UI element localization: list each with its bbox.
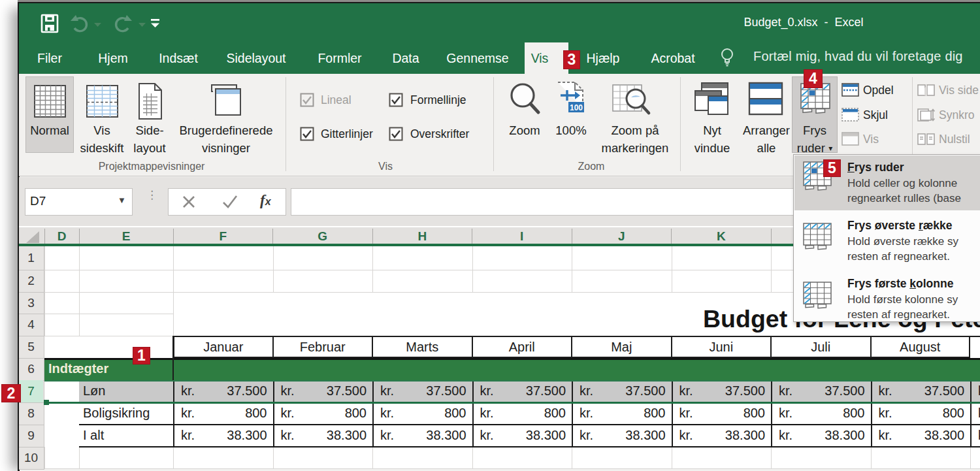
- svg-text:100: 100: [570, 103, 583, 112]
